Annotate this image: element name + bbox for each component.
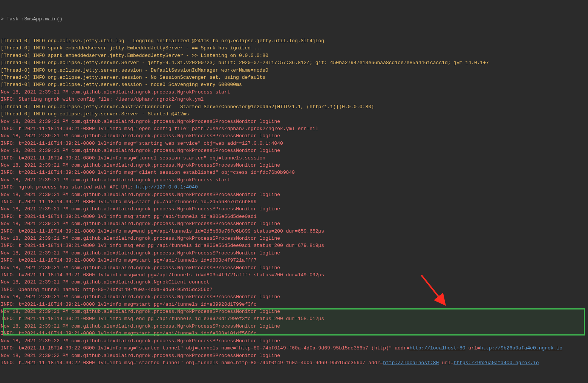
- log-text: [Thread-0] INFO org.eclipse.jetty.server…: [1, 67, 268, 73]
- log-text: Nov 18, 2021 2:39:21 PM com.github.alexd…: [1, 250, 280, 256]
- log-text: INFO: t=2021-11-18T14:39:22-0800 lvl=inf…: [1, 345, 409, 351]
- task-header: > Task :SmsApp.main(): [1, 15, 588, 23]
- log-text: [Thread-0] INFO org.eclipse.jetty.util.l…: [1, 38, 324, 44]
- log-line: INFO: t=2021-11-18T14:39:21-0800 lvl=inf…: [1, 198, 588, 205]
- log-text: Nov 18, 2021 2:39:21 PM com.github.alexd…: [1, 89, 230, 95]
- log-line: [Thread-0] INFO org.eclipse.jetty.server…: [1, 103, 588, 110]
- log-text: INFO: t=2021-11-18T14:39:21-0800 lvl=inf…: [1, 155, 265, 161]
- log-line: [Thread-0] INFO spark.embeddedserver.jet…: [1, 52, 588, 59]
- log-line: Nov 18, 2021 2:39:21 PM com.github.alexd…: [1, 308, 588, 315]
- log-line: Nov 18, 2021 2:39:21 PM com.github.alexd…: [1, 176, 588, 184]
- log-text: [Thread-0] INFO org.eclipse.jetty.server…: [1, 104, 374, 110]
- url-link[interactable]: http://127.0.0.1:4040: [136, 184, 198, 190]
- log-text: Nov 18, 2021 2:39:21 PM com.github.alexd…: [1, 177, 230, 183]
- log-text: url=: [439, 360, 453, 366]
- log-text: [Thread-0] INFO org.eclipse.jetty.server…: [1, 75, 265, 80]
- log-text: Nov 18, 2021 2:39:21 PM com.github.alexd…: [1, 119, 280, 124]
- log-line: Nov 18, 2021 2:39:21 PM com.github.alexd…: [1, 279, 588, 286]
- log-text: INFO: t=2021-11-18T14:39:21-0800 lvl=inf…: [1, 170, 295, 175]
- log-line: Nov 18, 2021 2:39:21 PM com.github.alexd…: [1, 293, 588, 300]
- log-line: INFO: t=2021-11-18T14:39:21-0800 lvl=inf…: [1, 125, 588, 132]
- log-text: Nov 18, 2021 2:39:22 PM com.github.alexd…: [1, 338, 280, 344]
- log-line: INFO: t=2021-11-18T14:39:21-0800 lvl=inf…: [1, 257, 588, 264]
- log-text: INFO: t=2021-11-18T14:39:21-0800 lvl=inf…: [1, 316, 324, 322]
- log-text: INFO: t=2021-11-18T14:39:21-0800 lvl=inf…: [1, 214, 257, 219]
- log-line: INFO: t=2021-11-18T14:39:21-0800 lvl=inf…: [1, 155, 588, 162]
- log-line: Nov 18, 2021 2:39:21 PM com.github.alexd…: [1, 205, 588, 213]
- log-text: INFO: t=2021-11-18T14:39:21-0800 lvl=inf…: [1, 302, 257, 307]
- log-text: INFO: t=2021-11-18T14:39:22-0800 lvl=inf…: [1, 360, 383, 366]
- log-line: Nov 18, 2021 2:39:21 PM com.github.alexd…: [1, 323, 588, 330]
- log-line: INFO: t=2021-11-18T14:39:21-0800 lvl=inf…: [1, 169, 588, 176]
- log-text: INFO: t=2021-11-18T14:39:21-0800 lvl=inf…: [1, 257, 257, 263]
- log-line: INFO: t=2021-11-18T14:39:21-0800 lvl=inf…: [1, 140, 588, 147]
- log-line: [Thread-0] INFO org.eclipse.jetty.server…: [1, 81, 588, 88]
- log-line: Nov 18, 2021 2:39:21 PM com.github.alexd…: [1, 118, 588, 125]
- log-text: Nov 18, 2021 2:39:21 PM com.github.alexd…: [1, 133, 280, 139]
- log-text: Nov 18, 2021 2:39:21 PM com.github.alexd…: [1, 265, 280, 271]
- log-text: INFO: t=2021-11-18T14:39:21-0800 lvl=inf…: [1, 126, 318, 132]
- log-line: Nov 18, 2021 2:39:21 PM com.github.alexd…: [1, 89, 588, 96]
- log-line: INFO: Opening tunnel named: http-80-74bf…: [1, 286, 588, 293]
- log-text: INFO: Starting ngrok with config file: /…: [1, 97, 204, 102]
- log-text: Nov 18, 2021 2:39:22 PM com.github.alexd…: [1, 353, 280, 358]
- log-line: Nov 18, 2021 2:39:21 PM com.github.alexd…: [1, 162, 588, 169]
- log-line: [Thread-0] INFO org.eclipse.jetty.server…: [1, 74, 588, 81]
- log-line: Nov 18, 2021 2:39:22 PM com.github.alexd…: [1, 352, 588, 359]
- log-line: [Thread-0] INFO spark.embeddedserver.jet…: [1, 44, 588, 52]
- log-line: Nov 18, 2021 2:39:21 PM com.github.alexd…: [1, 250, 588, 257]
- log-line: Nov 18, 2021 2:39:22 PM com.github.alexd…: [1, 337, 588, 345]
- log-line: INFO: t=2021-11-18T14:39:21-0800 lvl=inf…: [1, 271, 588, 279]
- log-text: INFO: t=2021-11-18T14:39:21-0800 lvl=inf…: [1, 243, 324, 248]
- log-text: url=: [466, 345, 480, 351]
- log-text: Nov 18, 2021 2:39:21 PM com.github.alexd…: [1, 221, 280, 227]
- url-link[interactable]: http://9b26a0afa4c0.ngrok.io: [480, 345, 562, 351]
- log-text: Nov 18, 2021 2:39:21 PM com.github.alexd…: [1, 279, 210, 285]
- log-text: INFO: t=2021-11-18T14:39:21-0800 lvl=inf…: [1, 141, 283, 146]
- log-text: [Thread-0] INFO spark.embeddedserver.jet…: [1, 45, 262, 51]
- log-lines-container: [Thread-0] INFO org.eclipse.jetty.util.l…: [1, 37, 588, 366]
- log-text: INFO: t=2021-11-18T14:39:21-0800 lvl=inf…: [1, 228, 324, 234]
- log-line: INFO: t=2021-11-18T14:39:21-0800 lvl=inf…: [1, 242, 588, 249]
- url-link[interactable]: https://9b26a0afa4c0.ngrok.io: [453, 360, 539, 366]
- log-line: [Thread-0] INFO org.eclipse.jetty.server…: [1, 67, 588, 74]
- log-text: INFO: t=2021-11-18T14:39:21-0800 lvl=inf…: [1, 331, 257, 336]
- log-text: Nov 18, 2021 2:39:21 PM com.github.alexd…: [1, 206, 280, 212]
- url-link[interactable]: http://localhost:80: [409, 345, 465, 351]
- log-text: Nov 18, 2021 2:39:21 PM com.github.alexd…: [1, 162, 280, 168]
- log-line: INFO: t=2021-11-18T14:39:21-0800 lvl=inf…: [1, 228, 588, 235]
- log-line: [Thread-0] INFO org.eclipse.jetty.util.l…: [1, 37, 588, 44]
- log-text: INFO: Opening tunnel named: http-80-74bf…: [1, 287, 213, 293]
- log-line: Nov 18, 2021 2:39:21 PM com.github.alexd…: [1, 132, 588, 139]
- log-text: INFO: t=2021-11-18T14:39:21-0800 lvl=inf…: [1, 272, 324, 278]
- log-line: INFO: t=2021-11-18T14:39:21-0800 lvl=inf…: [1, 301, 588, 308]
- log-text: [Thread-0] INFO org.eclipse.jetty.server…: [1, 111, 189, 117]
- log-text: Nov 18, 2021 2:39:21 PM com.github.alexd…: [1, 323, 280, 329]
- log-text: Nov 18, 2021 2:39:21 PM com.github.alexd…: [1, 294, 280, 300]
- log-text: [Thread-0] INFO org.eclipse.jetty.server…: [1, 60, 489, 66]
- log-text: [Thread-0] INFO org.eclipse.jetty.server…: [1, 82, 242, 87]
- log-line: [Thread-0] INFO org.eclipse.jetty.server…: [1, 59, 588, 66]
- log-line: INFO: t=2021-11-18T14:39:22-0800 lvl=inf…: [1, 359, 588, 366]
- log-line: Nov 18, 2021 2:39:21 PM com.github.alexd…: [1, 220, 588, 227]
- log-text: INFO: ngrok process has started with API…: [1, 184, 136, 190]
- console-output[interactable]: > Task :SmsApp.main() [Thread-0] INFO or…: [0, 0, 588, 374]
- log-line: Nov 18, 2021 2:39:21 PM com.github.alexd…: [1, 235, 588, 242]
- log-text: Nov 18, 2021 2:39:21 PM com.github.alexd…: [1, 192, 280, 198]
- url-link[interactable]: http://localhost:80: [383, 360, 439, 366]
- log-line: Nov 18, 2021 2:39:21 PM com.github.alexd…: [1, 147, 588, 154]
- log-text: Nov 18, 2021 2:39:21 PM com.github.alexd…: [1, 148, 280, 153]
- log-text: Nov 18, 2021 2:39:21 PM com.github.alexd…: [1, 309, 280, 314]
- log-line: [Thread-0] INFO org.eclipse.jetty.server…: [1, 110, 588, 118]
- log-line: INFO: Starting ngrok with config file: /…: [1, 96, 588, 103]
- log-line: Nov 18, 2021 2:39:21 PM com.github.alexd…: [1, 264, 588, 271]
- log-line: Nov 18, 2021 2:39:21 PM com.github.alexd…: [1, 191, 588, 198]
- log-line: INFO: ngrok process has started with API…: [1, 184, 588, 191]
- log-line: INFO: t=2021-11-18T14:39:21-0800 lvl=inf…: [1, 213, 588, 220]
- log-text: Nov 18, 2021 2:39:21 PM com.github.alexd…: [1, 236, 280, 241]
- log-line: INFO: t=2021-11-18T14:39:22-0800 lvl=inf…: [1, 345, 588, 352]
- log-text: INFO: t=2021-11-18T14:39:21-0800 lvl=inf…: [1, 199, 257, 205]
- log-line: INFO: t=2021-11-18T14:39:21-0800 lvl=inf…: [1, 330, 588, 337]
- log-line: INFO: t=2021-11-18T14:39:21-0800 lvl=inf…: [1, 315, 588, 322]
- log-text: [Thread-0] INFO spark.embeddedserver.jet…: [1, 53, 268, 58]
